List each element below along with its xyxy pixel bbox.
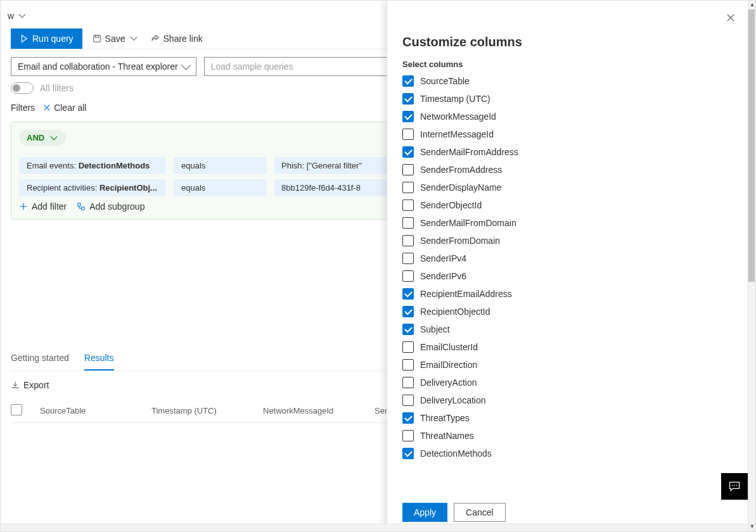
column-option[interactable]: ThreatTypes bbox=[402, 412, 733, 424]
column-option-label: SenderIPv4 bbox=[420, 253, 466, 263]
column-option[interactable]: SenderMailFromAddress bbox=[402, 146, 733, 158]
column-header[interactable]: NetworkMessageId bbox=[263, 406, 364, 415]
tab-results[interactable]: Results bbox=[84, 346, 114, 370]
column-option-label: ThreatTypes bbox=[420, 413, 470, 423]
run-query-button[interactable]: Run query bbox=[11, 28, 82, 49]
select-all-checkbox[interactable] bbox=[11, 404, 22, 415]
column-option-label: SenderDisplayName bbox=[420, 182, 501, 193]
checkbox[interactable] bbox=[402, 111, 414, 122]
cancel-button[interactable]: Cancel bbox=[454, 503, 506, 522]
column-option[interactable]: SenderDisplayName bbox=[402, 182, 733, 193]
chevron-down-icon bbox=[129, 34, 138, 43]
panel-title: Customize columns bbox=[402, 35, 733, 49]
checkbox[interactable] bbox=[402, 377, 414, 388]
column-option[interactable]: DetectionMethods bbox=[402, 448, 733, 459]
checkbox[interactable] bbox=[402, 93, 414, 104]
svg-rect-1 bbox=[95, 35, 98, 38]
column-option[interactable]: ThreatNames bbox=[402, 430, 733, 441]
data-source-dropdown[interactable]: Email and collaboration - Threat explore… bbox=[11, 57, 196, 76]
plus-icon bbox=[19, 202, 28, 211]
checkbox[interactable] bbox=[402, 164, 414, 175]
add-subgroup-button[interactable]: Add subgroup bbox=[77, 201, 144, 212]
column-header[interactable]: Timestamp (UTC) bbox=[151, 406, 253, 415]
share-link-button[interactable]: Share link bbox=[148, 30, 205, 48]
chat-icon bbox=[728, 480, 741, 493]
column-option[interactable]: EmailDirection bbox=[402, 359, 733, 370]
checkbox[interactable] bbox=[402, 395, 414, 406]
filter-operator-chip[interactable]: equals bbox=[174, 157, 266, 174]
checkbox[interactable] bbox=[402, 253, 414, 264]
filters-label: Filters bbox=[11, 103, 35, 113]
checkbox[interactable] bbox=[402, 217, 414, 229]
customize-columns-panel: Customize columns Select columns SourceT… bbox=[387, 1, 748, 532]
close-icon bbox=[726, 13, 735, 22]
filter-operator-chip[interactable]: equals bbox=[174, 179, 266, 196]
filter-field-chip[interactable]: Recipient activities: RecipientObj... bbox=[19, 179, 166, 196]
checkbox[interactable] bbox=[402, 270, 414, 282]
checkbox[interactable] bbox=[402, 146, 414, 158]
column-option[interactable]: SenderIPv6 bbox=[402, 270, 733, 282]
filter-field-chip[interactable]: Email events: DetectionMethods bbox=[19, 157, 166, 174]
checkbox[interactable] bbox=[402, 182, 414, 193]
add-filter-button[interactable]: Add filter bbox=[19, 201, 67, 212]
checkbox[interactable] bbox=[402, 235, 414, 246]
tab-getting-started[interactable]: Getting started bbox=[11, 346, 69, 370]
checkbox[interactable] bbox=[402, 341, 414, 353]
column-option[interactable]: SourceTable bbox=[402, 75, 733, 87]
all-filters-toggle[interactable] bbox=[11, 82, 34, 94]
column-option[interactable]: SenderMailFromDomain bbox=[402, 217, 733, 229]
column-option-label: EmailClusterId bbox=[420, 342, 478, 352]
column-option[interactable]: RecipientObjectId bbox=[402, 306, 733, 317]
column-option-label: NetworkMessageId bbox=[420, 111, 496, 122]
save-icon bbox=[93, 34, 101, 43]
column-option[interactable]: NetworkMessageId bbox=[402, 111, 733, 122]
chevron-down-icon bbox=[18, 11, 27, 20]
share-icon bbox=[151, 34, 160, 43]
checkbox[interactable] bbox=[402, 200, 414, 211]
column-option-label: Timestamp (UTC) bbox=[420, 94, 490, 104]
column-option-label: EmailDirection bbox=[420, 360, 477, 370]
checkbox[interactable] bbox=[402, 448, 414, 459]
save-button[interactable]: Save bbox=[90, 30, 141, 48]
column-option-label: Subject bbox=[420, 324, 450, 334]
checkbox[interactable] bbox=[402, 412, 414, 424]
column-option[interactable]: SenderFromDomain bbox=[402, 235, 733, 246]
column-option[interactable]: Timestamp (UTC) bbox=[402, 93, 733, 104]
column-option[interactable]: DeliveryLocation bbox=[402, 395, 733, 406]
checkbox[interactable] bbox=[402, 129, 414, 140]
column-option[interactable]: SenderFromAddress bbox=[402, 164, 733, 175]
checkbox[interactable] bbox=[402, 359, 414, 370]
svg-point-5 bbox=[734, 485, 735, 486]
logic-operator-chip[interactable]: AND bbox=[19, 130, 66, 146]
close-icon bbox=[42, 103, 51, 112]
column-option[interactable]: EmailClusterId bbox=[402, 341, 733, 353]
svg-point-4 bbox=[732, 485, 733, 486]
feedback-button[interactable] bbox=[721, 473, 748, 500]
column-option-label: DeliveryLocation bbox=[420, 395, 486, 405]
checkbox[interactable] bbox=[402, 75, 414, 87]
checkbox[interactable] bbox=[402, 430, 414, 441]
column-option[interactable]: SenderIPv4 bbox=[402, 253, 733, 264]
column-option[interactable]: SenderObjectId bbox=[402, 200, 733, 211]
download-icon bbox=[11, 381, 20, 390]
column-option[interactable]: DeliveryAction bbox=[402, 377, 733, 388]
chevron-down-icon bbox=[49, 134, 58, 142]
checkbox[interactable] bbox=[402, 306, 414, 317]
horizontal-scrollbar[interactable] bbox=[1, 524, 748, 531]
vertical-scrollbar[interactable]: ▲ ▼ bbox=[748, 1, 755, 531]
apply-button[interactable]: Apply bbox=[402, 503, 447, 522]
checkbox[interactable] bbox=[402, 288, 414, 300]
all-filters-label: All filters bbox=[40, 83, 74, 93]
export-button[interactable]: Export bbox=[11, 380, 49, 390]
column-option[interactable]: InternetMessageId bbox=[402, 129, 733, 140]
column-option-label: SenderMailFromDomain bbox=[420, 218, 516, 228]
column-option[interactable]: RecipientEmailAddress bbox=[402, 288, 733, 300]
column-option[interactable]: Subject bbox=[402, 324, 733, 335]
checkbox[interactable] bbox=[402, 324, 414, 335]
column-option-label: ThreatNames bbox=[420, 431, 474, 441]
column-header[interactable]: SourceTable bbox=[40, 406, 141, 415]
clear-all-button[interactable]: Clear all bbox=[42, 103, 86, 113]
subgroup-icon bbox=[77, 202, 86, 211]
column-list: SourceTableTimestamp (UTC)NetworkMessage… bbox=[402, 75, 733, 494]
close-panel-button[interactable] bbox=[724, 11, 738, 27]
